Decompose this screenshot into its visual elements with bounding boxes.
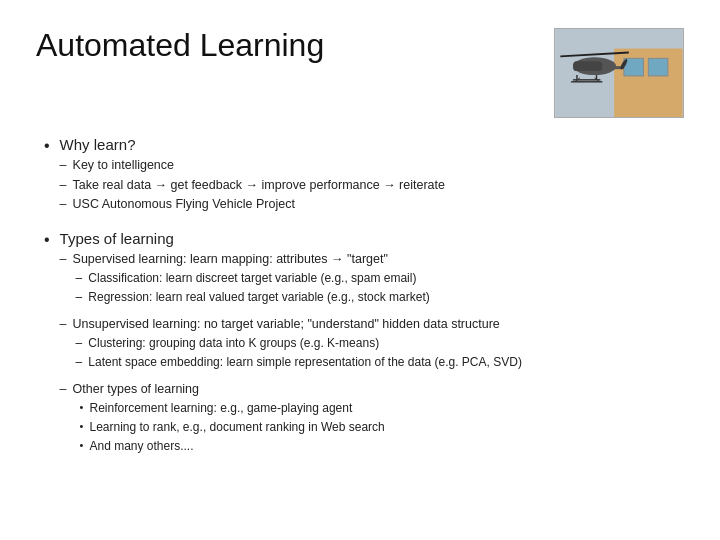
- dash-icon: –: [76, 335, 83, 352]
- dash-icon: –: [60, 157, 67, 175]
- unsupervised-block: – Unsupervised learning: no target varia…: [60, 316, 684, 371]
- dash-icon: –: [60, 316, 67, 334]
- classification-text: Classification: learn discreet target va…: [88, 270, 416, 287]
- supervised-item: – Supervised learning: learn mapping: at…: [60, 251, 684, 269]
- unsupervised-item: – Unsupervised learning: no target varia…: [60, 316, 684, 334]
- other-types-list: • Reinforcement learning: e.g., game-pla…: [60, 400, 684, 454]
- content-area: • Why learn? – Key to intelligence – Tak…: [36, 136, 684, 465]
- why-learn-section: • Why learn? – Key to intelligence – Tak…: [44, 136, 684, 216]
- types-learning-section: • Types of learning – Supervised learnin…: [44, 230, 684, 465]
- supervised-sub-list: – Classification: learn discreet target …: [60, 270, 684, 306]
- regression-text: Regression: learn real valued target var…: [88, 289, 430, 306]
- unsupervised-text: Unsupervised learning: no target variabl…: [73, 316, 500, 334]
- svg-rect-3: [648, 58, 668, 76]
- list-item: – Classification: learn discreet target …: [76, 270, 684, 287]
- other-types-text: Other types of learning: [73, 381, 199, 399]
- dash-icon: –: [76, 270, 83, 287]
- header-area: Automated Learning: [36, 28, 684, 118]
- svg-rect-5: [573, 61, 602, 71]
- why-learn-item-1: Key to intelligence: [73, 157, 174, 175]
- bullet-dot-small: •: [80, 419, 84, 434]
- dash-icon: –: [60, 177, 67, 195]
- list-item: – Latent space embedding: learn simple r…: [76, 354, 684, 371]
- list-item: • And many others....: [80, 438, 684, 455]
- why-learn-list: – Key to intelligence – Take real data →…: [60, 157, 684, 214]
- unsupervised-sub-list: – Clustering: grouping data into K group…: [60, 335, 684, 371]
- helicopter-image: [554, 28, 684, 118]
- reinforcement-text: Reinforcement learning: e.g., game-playi…: [89, 400, 352, 417]
- others-text: And many others....: [89, 438, 193, 455]
- types-learning-content: Types of learning – Supervised learning:…: [60, 230, 684, 465]
- other-types-block: – Other types of learning • Reinforcemen…: [60, 381, 684, 455]
- why-learn-heading: Why learn?: [60, 136, 684, 153]
- dash-icon: –: [60, 251, 67, 269]
- supervised-text: Supervised learning: learn mapping: attr…: [73, 251, 388, 269]
- dash-icon: –: [60, 196, 67, 214]
- list-item: – Key to intelligence: [60, 157, 684, 175]
- list-item: – Clustering: grouping data into K group…: [76, 335, 684, 352]
- types-learning-heading: Types of learning: [60, 230, 684, 247]
- list-item: – Take real data → get feedback → improv…: [60, 177, 684, 195]
- dash-icon: –: [76, 354, 83, 371]
- list-item: – USC Autonomous Flying Vehicle Project: [60, 196, 684, 214]
- bullet-dot-small: •: [80, 438, 84, 453]
- list-item: • Learning to rank, e.g., document ranki…: [80, 419, 684, 436]
- slide-title: Automated Learning: [36, 28, 324, 63]
- bullet-dot-1: •: [44, 137, 50, 155]
- supervised-block: – Supervised learning: learn mapping: at…: [60, 251, 684, 306]
- clustering-text: Clustering: grouping data into K groups …: [88, 335, 379, 352]
- slide: Automated Learning: [0, 0, 720, 540]
- why-learn-item-3: USC Autonomous Flying Vehicle Project: [73, 196, 295, 214]
- other-types-item: – Other types of learning: [60, 381, 684, 399]
- dash-icon: –: [60, 381, 67, 399]
- dash-icon: –: [76, 289, 83, 306]
- ranking-text: Learning to rank, e.g., document ranking…: [89, 419, 384, 436]
- list-item: • Reinforcement learning: e.g., game-pla…: [80, 400, 684, 417]
- why-learn-content: Why learn? – Key to intelligence – Take …: [60, 136, 684, 216]
- list-item: – Regression: learn real valued target v…: [76, 289, 684, 306]
- why-learn-item-2: Take real data → get feedback → improve …: [73, 177, 445, 195]
- latent-text: Latent space embedding: learn simple rep…: [88, 354, 522, 371]
- bullet-dot-small: •: [80, 400, 84, 415]
- bullet-dot-2: •: [44, 231, 50, 249]
